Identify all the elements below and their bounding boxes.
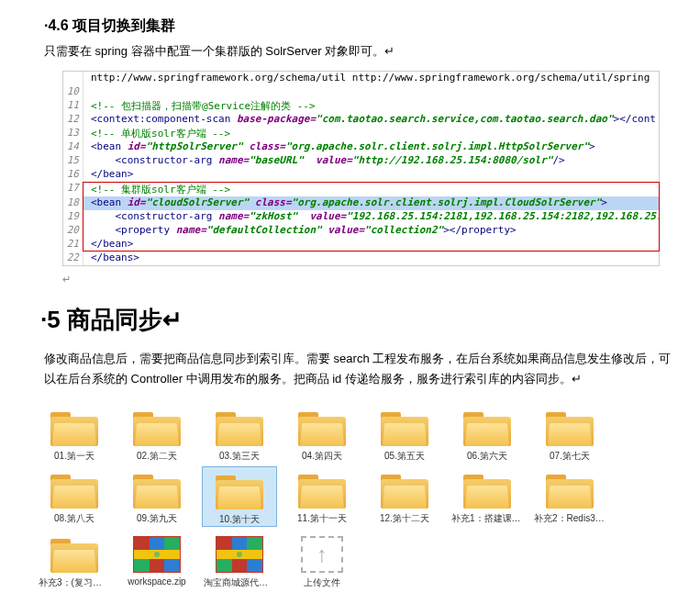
file-item[interactable]: 淘宝商城源代码.zip: [202, 531, 277, 589]
file-label: 01.第一天: [54, 450, 94, 463]
folder-icon: [463, 409, 511, 446]
file-item[interactable]: 06.第六天: [450, 404, 525, 463]
file-item[interactable]: 补充1：搭建课程（R...: [450, 466, 525, 527]
folder-icon: [216, 473, 263, 509]
file-label: 12.第十二天: [380, 512, 429, 525]
folder-icon: [381, 472, 428, 509]
upload-icon: ↑: [301, 536, 343, 573]
code-line: 11<!-- 包扫描器，扫描带@Service注解的类 -->: [63, 99, 659, 113]
folder-icon: [50, 536, 98, 573]
folder-icon: [298, 472, 346, 509]
cursor-mark: ↵: [62, 274, 682, 285]
folder-icon: [298, 409, 346, 446]
folder-icon: [50, 472, 98, 509]
file-label: 11.第十一天: [297, 512, 347, 525]
code-line: 13<!-- 单机版solr客户端 -->: [63, 127, 659, 140]
folder-icon: [463, 472, 511, 509]
code-line: 19 <constructor-arg name="zkHost" value=…: [63, 210, 659, 224]
file-item[interactable]: 补充2：Redis3.0新...: [532, 466, 607, 527]
folder-icon: [381, 409, 428, 446]
file-item[interactable]: 03.第三天: [202, 404, 277, 463]
file-label: 03.第三天: [219, 450, 260, 463]
file-label: 08.第八天: [54, 512, 94, 525]
zip-icon: [216, 536, 263, 573]
file-label: 补充3：(复习课+项...: [39, 576, 110, 589]
file-label: 10.第十天: [219, 513, 260, 526]
code-line: 22</beans>: [63, 252, 659, 265]
code-line: 21</bean>: [63, 238, 659, 252]
folder-icon: [546, 472, 594, 509]
file-label: 补充1：搭建课程（R...: [451, 512, 523, 525]
file-label: 07.第七天: [550, 450, 590, 463]
code-block: nttp://www.springframework.org/schema/ut…: [62, 71, 660, 266]
folder-icon: [50, 409, 98, 446]
heading-5: ·5 商品同步↵: [40, 304, 682, 336]
code-line: 16</bean>: [63, 168, 659, 182]
file-label: 05.第五天: [384, 450, 425, 463]
code-line: 12<context:component-scan base-package="…: [63, 113, 659, 127]
file-label: 淘宝商城源代码.zip: [204, 576, 275, 589]
file-label: 补充2：Redis3.0新...: [534, 512, 606, 525]
file-label: 04.第四天: [302, 450, 342, 463]
upload-button[interactable]: ↑上传文件: [284, 531, 360, 589]
code-line: nttp://www.springframework.org/schema/ut…: [63, 72, 659, 85]
code-line: 10: [63, 85, 659, 99]
code-line: 17<!-- 集群版solr客户端 -->: [63, 182, 659, 196]
file-grid: 01.第一天02.第二天03.第三天04.第四天05.第五天06.第六天07.第…: [37, 404, 682, 589]
paragraph-4-6: 只需要在 spring 容器中配置一个集群版的 SolrServer 对象即可。…: [44, 41, 682, 62]
paragraph-5: 修改商品信息后，需要把商品信息同步到索引库。需要 search 工程发布服务，在…: [44, 349, 682, 389]
file-label: 上传文件: [304, 576, 340, 589]
file-item[interactable]: 01.第一天: [37, 404, 112, 463]
file-item[interactable]: 补充3：(复习课+项...: [37, 531, 112, 589]
folder-icon: [216, 409, 263, 446]
folder-icon: [133, 472, 181, 509]
file-item[interactable]: 02.第二天: [119, 404, 194, 463]
file-item[interactable]: 12.第十二天: [367, 466, 442, 527]
folder-icon: [133, 409, 181, 446]
heading-4-6: ·4.6 项目切换到集群: [44, 17, 682, 36]
file-label: 02.第二天: [137, 450, 177, 463]
file-item[interactable]: 10.第十天: [202, 466, 277, 527]
folder-icon: [546, 409, 594, 446]
code-line: 14<bean id="httpSolrServer" class="org.a…: [63, 140, 659, 154]
file-item[interactable]: 09.第九天: [119, 466, 194, 527]
file-label: 06.第六天: [467, 450, 507, 463]
zip-icon: [133, 536, 181, 573]
file-label: workspace.zip: [128, 576, 185, 587]
code-line: 18<bean id="cloudSolrServer" class="org.…: [63, 196, 659, 210]
file-item[interactable]: 07.第七天: [532, 404, 607, 463]
file-item[interactable]: 04.第四天: [284, 404, 360, 463]
code-line: 15 <constructor-arg name="baseURL" value…: [63, 154, 659, 168]
file-item[interactable]: 08.第八天: [37, 466, 112, 527]
file-item[interactable]: 11.第十一天: [284, 466, 360, 527]
code-line: 20 <property name="defaultCollection" va…: [63, 224, 659, 238]
file-item[interactable]: 05.第五天: [367, 404, 442, 463]
file-item[interactable]: workspace.zip: [119, 531, 194, 589]
file-label: 09.第九天: [137, 512, 177, 525]
